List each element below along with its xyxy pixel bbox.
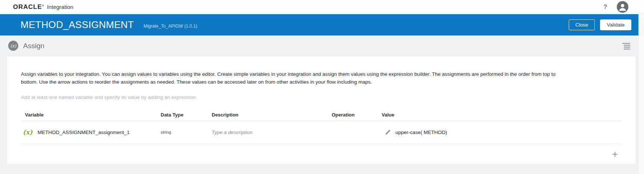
empty-state-hint: Add at least one named variable and spec… [21,94,622,100]
assign-title: Assign [23,42,44,50]
add-row: + [21,144,622,160]
column-header-data-type: Data Type [161,112,212,118]
assign-description: Assign variables to your integration. Yo… [21,70,567,86]
close-button[interactable]: Close [569,19,595,30]
variable-x-icon: (x) [23,128,38,136]
add-assignment-button[interactable]: + [610,149,620,160]
registered-mark: ® [42,4,44,7]
variable-name: METHOD_ASSIGNMENT_assignment_1 [38,130,130,135]
page-body: Assign variables to your integration. Yo… [0,56,644,174]
assignments-table-header: Variable Data Type Description Operation… [21,109,622,121]
oracle-integration-screen: ORACLE® Integration ? METHOD_ASSIGNMENT … [0,0,644,174]
data-type-value: string [161,130,212,134]
product-name: Integration [47,4,73,10]
integration-version: Migrate_To_APIGW (1.0.1) [143,24,197,29]
column-header-value: Value [382,112,622,118]
column-header-description: Description [212,112,332,118]
page-title: METHOD_ASSIGNMENT [20,19,134,31]
column-header-operation: Operation [332,112,382,118]
top-app-bar: ORACLE® Integration ? [0,0,644,14]
value-cell: upper-case( METHOD) [382,129,622,136]
brand: ORACLE® Integration [13,3,73,11]
person-icon [617,1,628,13]
assign-toolbar: (x) Assign [0,35,644,56]
user-avatar-icon[interactable] [617,1,628,13]
edit-value-button[interactable] [385,129,391,136]
banner-actions: Close Validate [569,19,635,30]
value-expression: upper-case( METHOD) [395,130,447,135]
assign-editor-card: Assign variables to your integration. Yo… [7,56,636,164]
description-input[interactable]: Type a description [212,130,332,135]
column-header-variable: Variable [21,112,161,118]
assignment-row: (x) METHOD_ASSIGNMENT_assignment_1 strin… [21,121,622,144]
oracle-logo: ORACLE [13,3,42,11]
help-icon[interactable]: ? [603,4,607,10]
activity-banner: METHOD_ASSIGNMENT Migrate_To_APIGW (1.0.… [0,14,644,35]
menu-list-icon[interactable] [622,42,631,50]
pencil-icon [385,129,391,136]
validate-button[interactable]: Validate [600,19,631,30]
topbar-actions: ? [603,1,637,13]
scrollbar-track[interactable] [638,14,644,174]
variable-cell: (x) METHOD_ASSIGNMENT_assignment_1 [21,128,161,136]
assign-variable-icon: (x) [8,41,18,51]
toolbar-right [622,42,631,50]
